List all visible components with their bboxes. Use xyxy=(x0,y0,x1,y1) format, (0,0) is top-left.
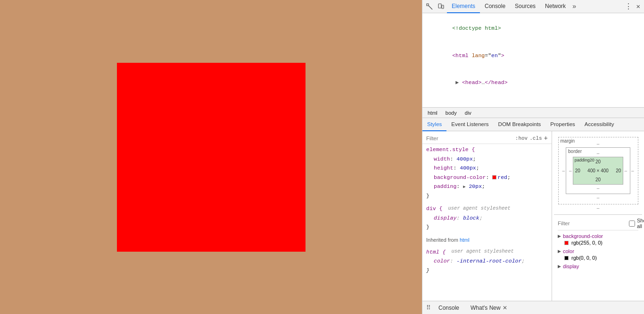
html-tree[interactable]: <!doctype html> <html lang="en"> ▶ <head… xyxy=(422,13,644,108)
more-tabs-icon[interactable]: » xyxy=(570,3,578,10)
box-model-visual: margin – – border – – xyxy=(558,137,638,211)
margin-left-val: – xyxy=(562,168,565,173)
tab-styles[interactable]: Styles xyxy=(422,118,446,131)
div-useragent-rule: div { user agent stylesheet display: blo… xyxy=(422,203,552,233)
breadcrumb-body[interactable]: body xyxy=(444,110,458,116)
tab-sources[interactable]: Sources xyxy=(510,0,540,13)
tree-line-html[interactable]: <html lang="en"> xyxy=(422,42,644,69)
border-bottom-val: – xyxy=(569,186,627,191)
whats-new-close-icon[interactable]: ✕ xyxy=(503,305,507,311)
tab-dom-breakpoints[interactable]: DOM Breakpoints xyxy=(494,118,546,131)
filter-add-btn[interactable]: + xyxy=(544,135,548,142)
computed-color-swatch[interactable] xyxy=(564,256,569,260)
styles-area: Styles Event Listeners DOM Breakpoints P… xyxy=(422,118,644,301)
computed-color: ▶ color xyxy=(558,247,638,255)
padding-bottom-val: 20 xyxy=(575,177,621,182)
computed-show-all-checkbox[interactable] xyxy=(629,221,635,227)
whats-new-tab-btn[interactable]: What's New ✕ xyxy=(467,304,511,312)
computed-filter-input[interactable] xyxy=(558,221,627,226)
tree-line-doctype: <!doctype html> xyxy=(422,15,644,42)
computed-filter-bar: Show all xyxy=(558,217,638,230)
computed-bg-color-val: rgb(255, 0, 0) xyxy=(571,240,603,246)
margin-right-val: – xyxy=(631,168,634,173)
breadcrumb-html[interactable]: html xyxy=(426,110,439,116)
tab-event-listeners[interactable]: Event Listeners xyxy=(446,118,493,131)
tree-line-head[interactable]: ▶ <head>…</head> xyxy=(422,69,644,96)
padding-expand-arrow[interactable]: ▶ xyxy=(463,184,465,191)
tab-elements[interactable]: Elements xyxy=(447,0,480,13)
svg-rect-0 xyxy=(427,4,429,6)
border-right-val: – xyxy=(624,168,627,173)
border-left-val: – xyxy=(569,168,572,173)
color-expand[interactable]: ▶ xyxy=(558,249,561,254)
computed-display: ▶ display xyxy=(558,263,638,270)
content-size: 400 × 400 xyxy=(581,165,615,176)
padding-label: padding20 xyxy=(575,158,594,162)
element-style-rule: element.style { width: 400px; height: 40… xyxy=(422,144,552,201)
inherited-header: Inherited from html xyxy=(422,235,552,246)
filter-bar: :hov .cls + xyxy=(422,133,552,144)
breadcrumb: html body div xyxy=(422,108,644,118)
elements-panel: <!doctype html> <html lang="en"> ▶ <head… xyxy=(422,13,644,301)
outer-bottom-dash: – xyxy=(558,205,638,211)
border-label: border xyxy=(568,149,582,154)
computed-display-prop: display xyxy=(563,263,579,269)
display-expand[interactable]: ▶ xyxy=(558,264,561,269)
computed-section: Show all ▶ background-color rgb(255, 0, … xyxy=(554,214,642,272)
styles-left-pane[interactable]: :hov .cls + element.style { width: 400px… xyxy=(422,131,552,301)
tab-properties[interactable]: Properties xyxy=(545,118,579,131)
computed-bg-swatch[interactable] xyxy=(564,241,569,245)
preview-panel xyxy=(0,0,422,314)
html-useragent-rule: html { user agent stylesheet color: -int… xyxy=(422,246,552,276)
bg-color-expand[interactable]: ▶ xyxy=(558,234,561,238)
svg-rect-3 xyxy=(442,5,444,8)
computed-bg-color-prop: background-color xyxy=(563,233,603,239)
styles-tabs: Styles Event Listeners DOM Breakpoints P… xyxy=(422,118,644,131)
tab-accessibility[interactable]: Accessibility xyxy=(580,118,619,131)
tree-line-body[interactable]: ▼ <body> xyxy=(422,96,644,108)
device-toolbar-icon[interactable] xyxy=(436,1,446,12)
devtools-close-icon[interactable]: ✕ xyxy=(635,2,642,10)
red-box-element xyxy=(117,63,305,252)
bg-color-swatch[interactable] xyxy=(492,175,496,179)
computed-color-prop: color xyxy=(563,248,574,254)
devtools-panel: Elements Console Sources Network » ⋮ ✕ <… xyxy=(422,0,644,314)
breadcrumb-div[interactable]: div xyxy=(463,110,473,116)
filter-cls-btn[interactable]: .cls xyxy=(529,136,542,141)
margin-label: margin xyxy=(561,138,575,144)
console-bar-menu-icon[interactable]: ⠿ xyxy=(426,304,431,311)
tab-network[interactable]: Network xyxy=(540,0,570,13)
margin-bottom-val: – xyxy=(562,195,634,200)
devtools-toolbar: Elements Console Sources Network » ⋮ ✕ xyxy=(422,0,644,13)
styles-content: :hov .cls + element.style { width: 400px… xyxy=(422,131,644,301)
console-tab-btn[interactable]: Console xyxy=(435,304,463,312)
whats-new-label: What's New xyxy=(471,305,501,311)
filter-pseudo-btn[interactable]: :hov xyxy=(515,136,528,141)
inherited-from-html[interactable]: html xyxy=(460,237,470,243)
filter-input[interactable] xyxy=(426,136,513,141)
console-bar: ⠿ Console What's New ✕ xyxy=(422,301,644,314)
computed-color-val: rgb(0, 0, 0) xyxy=(571,255,597,261)
tab-console[interactable]: Console xyxy=(480,0,510,13)
computed-show-all-label: Show all xyxy=(637,218,644,229)
inspect-icon[interactable] xyxy=(424,1,435,12)
padding-left-val: 20 xyxy=(575,168,580,173)
box-model-pane: margin – – border – – xyxy=(552,131,644,301)
padding-right-val: 20 xyxy=(616,168,621,173)
svg-line-1 xyxy=(429,6,432,9)
svg-rect-2 xyxy=(438,4,441,8)
devtools-menu-icon[interactable]: ⋮ xyxy=(623,2,635,11)
computed-background-color: ▶ background-color xyxy=(558,232,638,240)
